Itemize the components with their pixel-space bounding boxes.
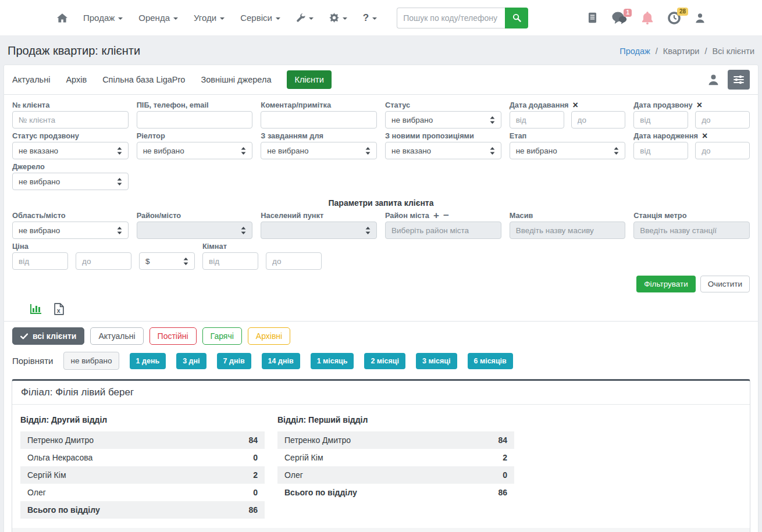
pill-hot[interactable]: Гарячі bbox=[202, 327, 242, 345]
table-row: Ольга Некрасова0 bbox=[20, 449, 265, 466]
birth-date-from-input[interactable] bbox=[633, 142, 688, 159]
menu-deals[interactable]: Угоди bbox=[194, 13, 225, 23]
tab-ligapro[interactable]: Спільна база LigaPro bbox=[102, 75, 185, 84]
compare-period-7days[interactable]: 7 днів bbox=[217, 353, 251, 369]
rooms-to-input[interactable] bbox=[266, 252, 322, 270]
field-date-added: Дата додавання× bbox=[510, 101, 626, 128]
stage-select[interactable]: не вибрано bbox=[510, 142, 626, 159]
agent-count: 84 bbox=[498, 435, 507, 445]
tab-archive[interactable]: Архів bbox=[66, 75, 87, 84]
date-call-to-input[interactable] bbox=[695, 111, 750, 128]
compare-period-14days[interactable]: 14 днів bbox=[262, 353, 300, 369]
currency-select[interactable]: $ bbox=[139, 252, 195, 270]
menu-tools[interactable] bbox=[296, 13, 314, 23]
compare-period-3days[interactable]: 3 дні bbox=[176, 353, 206, 369]
search-icon bbox=[512, 13, 521, 22]
excel-export-icon[interactable]: x bbox=[54, 303, 64, 315]
date-call-from-input[interactable] bbox=[633, 111, 688, 128]
breadcrumb-link-sales[interactable]: Продаж bbox=[619, 47, 650, 56]
tab-actual[interactable]: Актуальні bbox=[12, 75, 50, 84]
field-label: З новими пропозиціями bbox=[385, 131, 501, 140]
search-input[interactable] bbox=[397, 8, 505, 28]
filter-settings-button[interactable] bbox=[728, 70, 750, 90]
menu-settings[interactable] bbox=[329, 13, 347, 23]
menu-rent[interactable]: Оренда bbox=[138, 13, 178, 23]
clear-date-call-icon[interactable]: × bbox=[697, 101, 702, 109]
clear-date-added-icon[interactable]: × bbox=[573, 101, 578, 109]
profile-button[interactable] bbox=[695, 13, 705, 23]
client-no-input[interactable] bbox=[12, 111, 129, 128]
journal-button[interactable] bbox=[588, 12, 597, 23]
messages-button[interactable]: 1 bbox=[611, 12, 627, 24]
search-button[interactable] bbox=[505, 8, 528, 28]
source-select[interactable]: не вибрано bbox=[12, 173, 129, 190]
compare-period-3months[interactable]: 3 місяці bbox=[416, 353, 457, 369]
agent-name: Петренко Дмитро bbox=[284, 435, 351, 445]
call-status-select[interactable]: не вказано bbox=[12, 142, 129, 159]
date-added-from-input[interactable] bbox=[510, 111, 564, 128]
pill-archived[interactable]: Архівні bbox=[248, 327, 290, 345]
caret-down-icon bbox=[343, 17, 347, 20]
pill-permanent[interactable]: Постійні bbox=[149, 327, 197, 345]
breadcrumb: Продаж / Квартири / Всі клієнти bbox=[619, 47, 754, 56]
department-second: Відділ: Другий відділ Петренко Дмитро84 … bbox=[20, 412, 265, 519]
field-comment: Коментар/примітка bbox=[261, 101, 377, 128]
compare-period-1month[interactable]: 1 місяць bbox=[311, 353, 354, 369]
field-date-call: Дата продзвону× bbox=[633, 101, 750, 128]
table-row: Петренко Дмитро84 bbox=[20, 431, 265, 449]
compare-row: Порівняти не вибрано 1 день 3 дні 7 днів… bbox=[4, 347, 758, 377]
remove-district-icon[interactable]: − bbox=[443, 212, 449, 219]
pill-actual[interactable]: Актуальні bbox=[90, 327, 143, 345]
department-total-row: Всього по відділу86 bbox=[20, 501, 265, 519]
tab-clients-active[interactable]: Клієнти bbox=[287, 70, 331, 89]
caret-down-icon bbox=[276, 17, 280, 20]
pill-all-clients-active[interactable]: всі клієнти bbox=[12, 327, 84, 345]
breadcrumb-separator: / bbox=[656, 47, 658, 56]
compare-period-2months[interactable]: 2 місяці bbox=[364, 353, 405, 369]
main-panel: Актуальні Архів Спільна база LigaPro Зов… bbox=[3, 65, 759, 532]
compare-period-1day[interactable]: 1 день bbox=[130, 353, 166, 369]
compare-period-6months[interactable]: 6 місяців bbox=[468, 353, 513, 369]
birth-date-to-input[interactable] bbox=[695, 142, 750, 159]
add-district-icon[interactable]: + bbox=[433, 212, 439, 219]
clear-button[interactable]: Очистити bbox=[700, 276, 750, 292]
chart-view-icon[interactable] bbox=[30, 304, 42, 315]
price-from-input[interactable] bbox=[12, 252, 68, 270]
with-offers-select[interactable]: не вказано bbox=[385, 142, 501, 159]
select-value: не вибрано bbox=[391, 116, 433, 124]
select-value: не вибрано bbox=[267, 147, 308, 155]
tab-external-sources[interactable]: Зовнішні джерела bbox=[201, 75, 271, 84]
date-added-to-input[interactable] bbox=[571, 111, 626, 128]
select-caret-icon bbox=[117, 227, 122, 234]
home-icon bbox=[57, 13, 67, 23]
pib-input[interactable] bbox=[137, 111, 253, 128]
rooms-from-input[interactable] bbox=[202, 252, 258, 270]
status-select[interactable]: не вибрано bbox=[385, 111, 501, 128]
price-to-input[interactable] bbox=[76, 252, 131, 270]
field-birth-date: Дата народження× bbox=[633, 131, 750, 159]
with-task-select[interactable]: не вибрано bbox=[261, 142, 377, 159]
menu-sales[interactable]: Продаж bbox=[83, 13, 123, 23]
region-select[interactable]: не вибрано bbox=[12, 222, 129, 239]
client-category-pills: всі клієнти Актуальні Постійні Гарячі Ар… bbox=[4, 322, 758, 347]
compare-label: Порівняти bbox=[12, 356, 53, 366]
filter-button[interactable]: Фільтрувати bbox=[636, 276, 695, 292]
home-button[interactable] bbox=[57, 13, 67, 23]
field-label: № клієнта bbox=[12, 101, 129, 109]
menu-help[interactable]: ? bbox=[363, 12, 377, 24]
reminders-button[interactable]: 28 bbox=[668, 12, 681, 24]
select-caret-icon bbox=[117, 147, 122, 155]
caret-down-icon bbox=[220, 17, 225, 20]
notifications-button[interactable] bbox=[642, 12, 653, 24]
tab-bar: Актуальні Архів Спільна база LigaPro Зов… bbox=[4, 65, 758, 95]
menu-services[interactable]: Сервіси bbox=[240, 13, 280, 23]
realtor-select[interactable]: не вибрано bbox=[137, 142, 253, 159]
agent-count: 0 bbox=[253, 453, 258, 462]
total-label: Всього по відділу bbox=[27, 505, 100, 515]
comment-input[interactable] bbox=[261, 111, 377, 128]
field-settlement: Населений пункт bbox=[261, 211, 377, 239]
compare-none-button[interactable]: не вибрано bbox=[63, 352, 119, 370]
clear-birth-date-icon[interactable]: × bbox=[702, 132, 707, 140]
person-icon[interactable] bbox=[708, 74, 719, 85]
filter-actions: Фільтрувати Очистити bbox=[4, 274, 758, 298]
